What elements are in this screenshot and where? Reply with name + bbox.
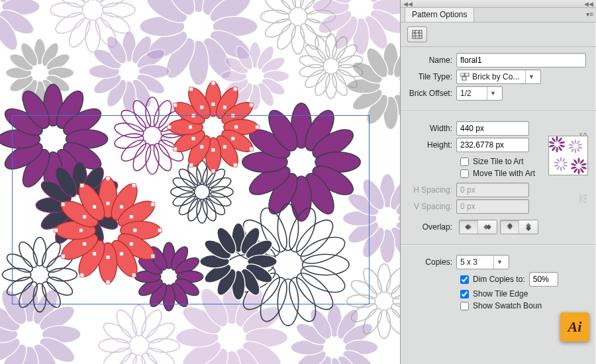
svg-rect-359 <box>133 228 137 232</box>
overlap-top-button[interactable] <box>501 220 519 234</box>
collapse-right-icon[interactable]: ◀◀ <box>584 1 593 7</box>
collapse-left-icon[interactable]: ◀◀ <box>403 1 413 7</box>
tab-pattern-options[interactable]: Pattern Options <box>405 7 474 22</box>
canvas-area[interactable] <box>0 0 400 364</box>
name-input[interactable] <box>456 53 586 68</box>
svg-point-180 <box>348 277 379 302</box>
pattern-preview-swatch[interactable] <box>548 136 588 175</box>
svg-point-45 <box>261 10 289 23</box>
svg-rect-384 <box>413 30 422 38</box>
pattern-artwork <box>0 0 400 364</box>
svg-point-42 <box>291 25 304 54</box>
svg-point-145 <box>113 307 140 341</box>
size-tile-checkbox[interactable] <box>460 158 469 166</box>
height-input[interactable] <box>456 138 529 152</box>
svg-point-248 <box>33 238 46 266</box>
overlap-right-button[interactable] <box>478 220 497 234</box>
pattern-options-panel: ◀◀ ◀◀ Pattern Options ▾≡ Name: Tile Type… <box>400 0 596 364</box>
svg-point-173 <box>393 295 400 307</box>
svg-rect-387 <box>462 77 466 80</box>
svg-rect-379 <box>61 203 65 206</box>
size-tile-label: Size Tile to Art <box>473 157 524 166</box>
svg-point-137 <box>148 339 179 353</box>
svg-rect-365 <box>119 251 123 255</box>
vspacing-input <box>456 199 529 214</box>
brick-offset-select[interactable]: 1/2 ▼ <box>456 86 503 101</box>
hspacing-label: H Spacing: <box>407 185 456 195</box>
svg-point-272 <box>277 204 298 251</box>
pattern-tile-tool-button[interactable] <box>407 26 427 42</box>
svg-rect-380 <box>83 215 87 219</box>
svg-rect-358 <box>158 228 162 232</box>
svg-point-277 <box>297 261 348 298</box>
svg-point-179 <box>347 295 375 307</box>
svg-rect-370 <box>80 273 84 277</box>
svg-rect-331 <box>211 169 215 173</box>
tile-type-value: Brick by Co... <box>472 72 519 81</box>
svg-point-276 <box>303 254 350 275</box>
svg-point-134 <box>132 305 146 336</box>
svg-point-177 <box>360 306 385 337</box>
show-tile-edge-row[interactable]: Show Tile Edge <box>460 289 589 298</box>
dim-copies-input[interactable] <box>529 272 558 287</box>
svg-rect-371 <box>93 251 97 255</box>
move-tile-checkbox[interactable] <box>460 169 469 178</box>
show-swatch-bounds-checkbox[interactable] <box>460 302 469 310</box>
dim-copies-row[interactable]: Dim Copies to: <box>460 272 589 287</box>
svg-rect-361 <box>151 254 155 258</box>
svg-point-135 <box>138 307 165 341</box>
panel-menu-icon[interactable]: ▾≡ <box>586 11 593 18</box>
dim-copies-checkbox[interactable] <box>460 275 469 284</box>
svg-rect-352 <box>132 183 136 187</box>
copies-label: Copies: <box>407 257 456 267</box>
svg-point-181 <box>360 265 385 296</box>
svg-rect-323 <box>234 125 238 129</box>
brick-icon <box>460 73 470 81</box>
svg-point-80 <box>312 71 332 98</box>
svg-point-280 <box>277 279 298 326</box>
svg-point-259 <box>15 239 40 270</box>
show-swatch-bounds-row[interactable]: Show Swatch Boun <box>460 301 589 310</box>
copies-value: 5 x 3 <box>460 257 477 267</box>
svg-rect-325 <box>249 147 253 151</box>
svg-point-170 <box>377 264 390 293</box>
svg-rect-338 <box>191 136 195 140</box>
svg-point-21 <box>50 3 83 17</box>
vspacing-label: V Spacing: <box>407 202 456 211</box>
svg-rect-322 <box>255 125 259 129</box>
svg-rect-386 <box>465 73 469 76</box>
svg-point-237 <box>207 190 232 209</box>
chevron-down-icon: ▼ <box>525 70 537 83</box>
svg-rect-385 <box>460 73 464 76</box>
svg-rect-316 <box>233 87 237 91</box>
svg-rect-328 <box>233 163 237 167</box>
svg-point-144 <box>101 319 134 346</box>
svg-rect-340 <box>168 125 172 129</box>
svg-rect-368 <box>106 255 110 259</box>
overlap-bottom-button[interactable] <box>519 220 538 234</box>
svg-rect-344 <box>191 114 195 118</box>
svg-rect-341 <box>188 125 192 129</box>
svg-rect-356 <box>129 215 133 219</box>
svg-point-212 <box>150 141 175 173</box>
svg-rect-383 <box>93 205 97 209</box>
svg-rect-335 <box>200 145 204 149</box>
width-input[interactable] <box>456 121 529 136</box>
hspacing-input <box>456 183 529 197</box>
svg-rect-337 <box>174 147 177 151</box>
show-swatch-bounds-label: Show Swatch Boun <box>473 301 542 310</box>
svg-point-239 <box>200 197 219 222</box>
show-tile-edge-checkbox[interactable] <box>460 290 469 298</box>
svg-point-19 <box>66 15 94 50</box>
copies-select[interactable]: 5 x 3 ▼ <box>456 255 509 269</box>
svg-rect-314 <box>211 102 215 106</box>
svg-point-241 <box>185 197 205 222</box>
tile-type-select[interactable]: Brick by Co... ▼ <box>456 69 541 84</box>
svg-point-251 <box>48 268 77 281</box>
svg-point-85 <box>312 34 332 62</box>
svg-point-43 <box>273 21 299 52</box>
panel-tab-row: Pattern Options ▾≡ <box>401 8 596 23</box>
overlap-label: Overlap: <box>407 222 456 232</box>
overlap-left-button[interactable] <box>460 220 478 234</box>
svg-point-275 <box>297 232 348 269</box>
